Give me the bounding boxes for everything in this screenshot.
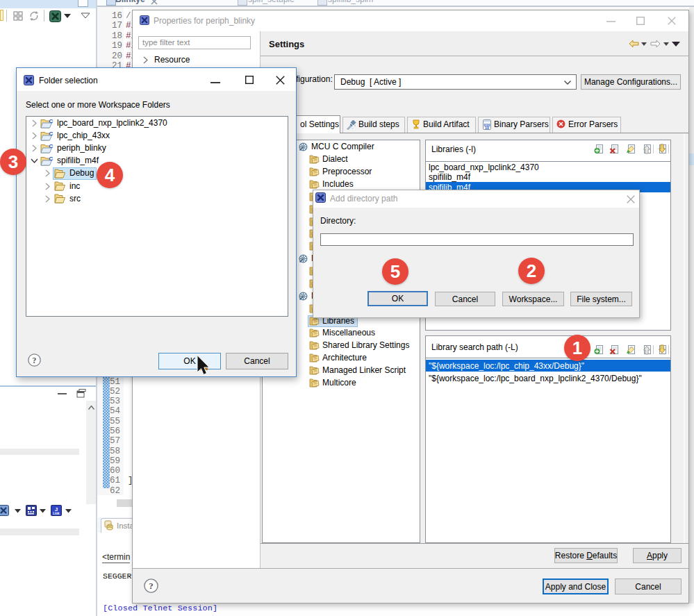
svg-text:10: 10: [485, 126, 489, 130]
svg-text:C: C: [49, 118, 53, 124]
svg-text:?: ?: [149, 581, 154, 591]
svg-text:Link: Link: [53, 512, 60, 515]
svg-text:?: ?: [33, 356, 37, 365]
svg-text:C: C: [49, 131, 53, 137]
svg-text:C: C: [49, 156, 53, 162]
svg-text:C: C: [49, 143, 53, 149]
